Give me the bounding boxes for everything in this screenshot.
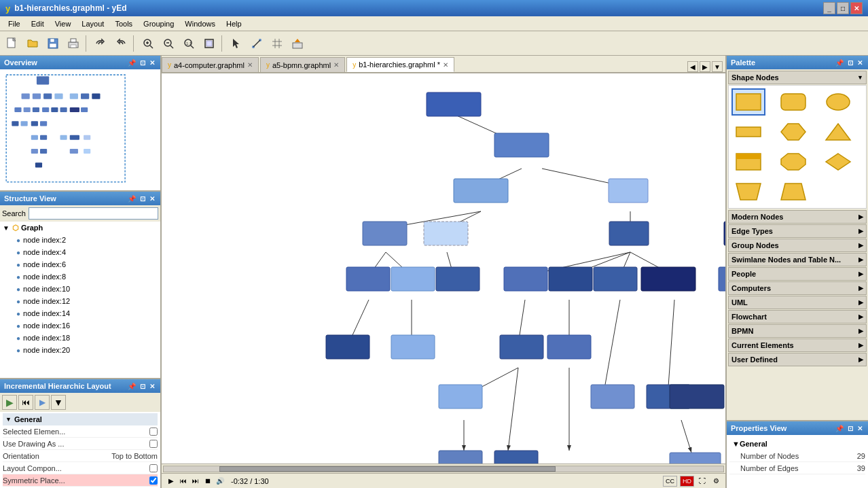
menu-tools[interactable]: Tools bbox=[109, 18, 138, 29]
undo-button[interactable] bbox=[91, 34, 110, 53]
cc-button[interactable]: CC bbox=[663, 476, 677, 487]
settings-icon[interactable]: ⚙ bbox=[710, 476, 721, 487]
shape-rect[interactable] bbox=[731, 88, 765, 116]
palette-section-edge-types[interactable]: Edge Types ▶ bbox=[728, 224, 867, 238]
overview-float-btn[interactable]: ⊡ bbox=[139, 59, 147, 67]
new-button[interactable] bbox=[3, 34, 22, 53]
edge-tool[interactable] bbox=[247, 34, 266, 53]
zoom-in-button[interactable] bbox=[139, 34, 158, 53]
prop-checkbox-layout-comp[interactable] bbox=[149, 464, 158, 472]
tree-root-graph[interactable]: ▼ ⬡ Graph bbox=[0, 222, 160, 234]
scroll-thumb-h[interactable] bbox=[219, 466, 555, 472]
shape-hexagon[interactable] bbox=[776, 118, 810, 145]
scroll-track-h[interactable] bbox=[163, 466, 724, 472]
menu-file[interactable]: File bbox=[3, 18, 26, 29]
fit-button[interactable] bbox=[200, 34, 219, 53]
zoom-100-button[interactable]: 1:1 bbox=[179, 34, 198, 53]
tab-list-btn[interactable]: ▼ bbox=[712, 61, 723, 72]
layout-close-btn[interactable]: ✕ bbox=[148, 383, 156, 390]
play-button[interactable]: ▶ bbox=[166, 476, 177, 487]
close-button[interactable]: ✕ bbox=[850, 2, 863, 14]
palette-section-modern-nodes[interactable]: Modern Nodes ▶ bbox=[728, 210, 867, 224]
palette-section-swimlane[interactable]: Swimlane Nodes and Table N... ▶ bbox=[728, 253, 867, 266]
tree-item-node12[interactable]: ● node index:12 bbox=[0, 295, 160, 307]
properties-float-btn[interactable]: ⊡ bbox=[846, 425, 854, 432]
tree-item-node10[interactable]: ● node index:10 bbox=[0, 283, 160, 295]
palette-pin-btn[interactable]: 📌 bbox=[834, 59, 845, 67]
tree-item-node16[interactable]: ● node index:16 bbox=[0, 319, 160, 332]
menu-help[interactable]: Help bbox=[221, 18, 247, 29]
tab-b1-hierarchies[interactable]: y b1-hierarchies.graphml * ✕ bbox=[346, 57, 454, 72]
shape-octagon[interactable] bbox=[776, 148, 810, 175]
save-button[interactable] bbox=[43, 34, 62, 53]
palette-section-current-elements[interactable]: Current Elements ▶ bbox=[728, 338, 867, 352]
shape-circle[interactable] bbox=[821, 88, 855, 116]
structure-float-btn[interactable]: ⊡ bbox=[139, 195, 147, 203]
palette-section-shape-nodes[interactable]: Shape Nodes ▼ bbox=[728, 71, 867, 84]
redo-button[interactable] bbox=[111, 34, 130, 53]
properties-pin-btn[interactable]: 📌 bbox=[834, 425, 845, 432]
print-button[interactable] bbox=[64, 34, 83, 53]
shape-pentagon[interactable] bbox=[776, 178, 810, 205]
shape-trapezoid[interactable] bbox=[731, 178, 765, 205]
layout-run-btn[interactable]: ▶ bbox=[2, 395, 17, 410]
shape-triangle[interactable] bbox=[821, 118, 855, 145]
structure-close-btn[interactable]: ✕ bbox=[148, 195, 156, 203]
palette-section-user-defined[interactable]: User Defined ▶ bbox=[728, 353, 867, 366]
shape-wide-rect[interactable] bbox=[731, 148, 765, 175]
hd-button[interactable]: HD bbox=[680, 476, 694, 487]
menu-windows[interactable]: Windows bbox=[179, 18, 221, 29]
tab-prev-btn[interactable]: ◀ bbox=[687, 61, 698, 72]
zoom-out-button[interactable] bbox=[159, 34, 178, 53]
layout-prev-btn[interactable]: ⏮ bbox=[18, 395, 33, 410]
menu-layout[interactable]: Layout bbox=[76, 18, 109, 29]
tree-item-node6[interactable]: ● node index:6 bbox=[0, 258, 160, 271]
minimize-button[interactable]: _ bbox=[823, 2, 835, 14]
tree-item-node4[interactable]: ● node index:4 bbox=[0, 246, 160, 258]
tab-next-btn[interactable]: ▶ bbox=[700, 61, 710, 72]
prop-checkbox-drawing[interactable] bbox=[149, 440, 158, 448]
overview-close-btn[interactable]: ✕ bbox=[148, 59, 156, 67]
props-general-header[interactable]: ▼ General bbox=[729, 438, 865, 450]
structure-pin-btn[interactable]: 📌 bbox=[126, 195, 137, 203]
tab-a4-computer[interactable]: y a4-computer.graphml ✕ bbox=[162, 57, 259, 72]
stop-button[interactable]: ⏹ bbox=[202, 476, 213, 487]
layout-expand-btn[interactable]: ▼ bbox=[51, 395, 66, 410]
overview-pin-btn[interactable]: 📌 bbox=[126, 59, 137, 67]
palette-section-group-nodes[interactable]: Group Nodes ▶ bbox=[728, 239, 867, 252]
shape-rect-rounded[interactable] bbox=[776, 88, 810, 116]
select-tool[interactable] bbox=[227, 34, 246, 53]
tree-item-node20[interactable]: ● node index:20 bbox=[0, 344, 160, 356]
fullscreen-button[interactable]: ⛶ bbox=[697, 476, 708, 487]
layout-pin-btn[interactable]: 📌 bbox=[126, 383, 137, 390]
general-section-header[interactable]: ▼ General bbox=[3, 413, 158, 425]
next-button[interactable]: ⏭ bbox=[190, 476, 201, 487]
shape-small-rect[interactable] bbox=[731, 118, 765, 145]
tree-item-node8[interactable]: ● node index:8 bbox=[0, 271, 160, 283]
palette-section-computers[interactable]: Computers ▶ bbox=[728, 281, 867, 295]
graph-area[interactable] bbox=[162, 73, 725, 464]
layout-next-btn[interactable]: ▶ bbox=[35, 395, 50, 410]
prev-button[interactable]: ⏮ bbox=[178, 476, 189, 487]
tab-close-a5[interactable]: ✕ bbox=[333, 61, 339, 69]
palette-float-btn[interactable]: ⊡ bbox=[846, 59, 854, 67]
horizontal-scrollbar[interactable] bbox=[162, 464, 725, 473]
grid-button[interactable] bbox=[268, 34, 287, 53]
export-button[interactable] bbox=[288, 34, 307, 53]
menu-grouping[interactable]: Grouping bbox=[138, 18, 179, 29]
tree-item-node14[interactable]: ● node index:14 bbox=[0, 307, 160, 319]
tab-close-b1[interactable]: ✕ bbox=[443, 61, 448, 69]
shape-diamond[interactable] bbox=[821, 148, 855, 175]
tab-close-a4[interactable]: ✕ bbox=[247, 61, 253, 69]
tab-a5-bpmn[interactable]: y a5-bpmn.graphml ✕ bbox=[260, 57, 345, 72]
maximize-button[interactable]: □ bbox=[837, 2, 849, 14]
palette-section-uml[interactable]: UML ▶ bbox=[728, 296, 867, 309]
menu-view[interactable]: View bbox=[50, 18, 77, 29]
palette-close-btn[interactable]: ✕ bbox=[856, 59, 864, 67]
open-button[interactable] bbox=[23, 34, 42, 53]
palette-section-people[interactable]: People ▶ bbox=[728, 267, 867, 281]
layout-float-btn[interactable]: ⊡ bbox=[139, 383, 147, 390]
palette-section-bpmn[interactable]: BPMN ▶ bbox=[728, 324, 867, 338]
search-input[interactable] bbox=[29, 207, 158, 220]
prop-checkbox-selected[interactable] bbox=[149, 428, 158, 436]
